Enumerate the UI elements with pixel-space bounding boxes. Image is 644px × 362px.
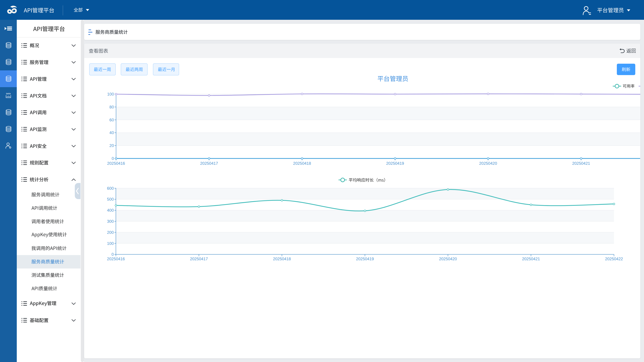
svg-text:500: 500 xyxy=(107,197,114,201)
svg-text:20250416: 20250416 xyxy=(107,257,125,261)
svg-text:20250419: 20250419 xyxy=(356,257,374,261)
svg-text:20250418: 20250418 xyxy=(293,161,311,166)
svg-text:300: 300 xyxy=(107,219,114,224)
svg-text:20250418: 20250418 xyxy=(273,257,291,261)
svg-text:400: 400 xyxy=(107,208,114,213)
svg-text:20250420: 20250420 xyxy=(439,257,457,261)
svg-text:20250417: 20250417 xyxy=(190,257,208,261)
svg-text:40: 40 xyxy=(109,130,114,135)
svg-text:0: 0 xyxy=(112,156,114,161)
svg-text:20250417: 20250417 xyxy=(200,161,218,166)
svg-text:100: 100 xyxy=(107,92,114,96)
svg-text:20250416: 20250416 xyxy=(107,161,125,166)
svg-text:20250421: 20250421 xyxy=(572,161,590,166)
svg-text:600: 600 xyxy=(107,186,114,191)
svg-text:60: 60 xyxy=(109,118,114,122)
svg-text:DATA: DATA xyxy=(6,93,11,94)
svg-text:0: 0 xyxy=(112,252,114,257)
svg-text:100: 100 xyxy=(107,241,114,246)
svg-text:20250420: 20250420 xyxy=(479,161,497,166)
svg-text:20250421: 20250421 xyxy=(522,257,540,261)
svg-text:20250422: 20250422 xyxy=(605,257,623,261)
svg-text:20: 20 xyxy=(109,143,114,148)
svg-text:80: 80 xyxy=(109,105,114,109)
svg-text:200: 200 xyxy=(107,230,114,235)
svg-text:20250419: 20250419 xyxy=(386,161,404,166)
